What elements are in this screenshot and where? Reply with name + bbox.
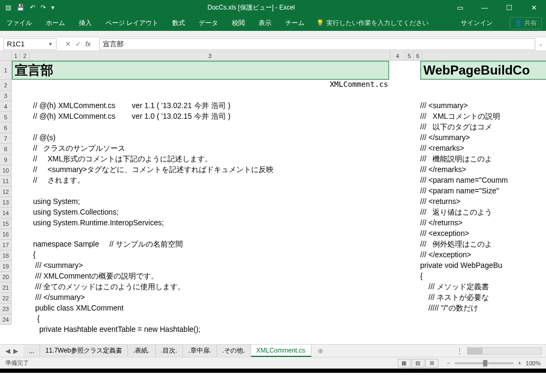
code-cell-right[interactable]: /// <remarks>: [420, 144, 464, 154]
code-cell-left[interactable]: // されます。: [12, 176, 389, 186]
code-cell-right[interactable]: /// <exception>: [420, 229, 469, 240]
zoom-knob[interactable]: [483, 360, 487, 366]
row-header-8[interactable]: 8: [0, 144, 11, 154]
row-header-14[interactable]: 14: [0, 208, 11, 218]
save-icon[interactable]: 💾: [17, 4, 25, 11]
code-cell-right[interactable]: /// <summary>: [420, 101, 468, 112]
row-header-3[interactable]: 3: [0, 91, 11, 101]
signin-link[interactable]: サインイン: [461, 19, 493, 28]
formula-confirm-icon[interactable]: ✓: [75, 40, 81, 48]
code-cell-left[interactable]: /// XMLCommentの概要の説明です。: [12, 272, 389, 282]
code-cell-left[interactable]: [12, 229, 389, 240]
row-header-22[interactable]: 22: [0, 293, 11, 304]
sheet-tab-active[interactable]: XMLComment.cs: [251, 345, 311, 357]
code-cell-right[interactable]: /// <param name="Coumm: [420, 176, 508, 186]
tab-formulas[interactable]: 数式: [170, 15, 187, 31]
qat-customize-icon[interactable]: ▾: [51, 4, 54, 11]
view-normal-button[interactable]: ▦: [398, 359, 411, 368]
col-header-2[interactable]: 2: [20, 51, 30, 60]
horizontal-scrollbar[interactable]: [467, 347, 542, 355]
row-header-17[interactable]: 17: [0, 240, 11, 250]
tab-review[interactable]: 校閲: [230, 15, 247, 31]
formula-cancel-icon[interactable]: ✕: [65, 40, 71, 48]
tab-scroll-more[interactable]: ⋮: [452, 347, 467, 355]
row-header-9[interactable]: 9: [0, 154, 11, 165]
row-header-13[interactable]: 13: [0, 197, 11, 208]
sheet-tab-1[interactable]: 11.7Web参照クラス定義書: [40, 345, 128, 357]
tab-data[interactable]: データ: [197, 15, 220, 31]
code-cell-right[interactable]: private void WebPageBu: [420, 261, 502, 272]
code-cell-left[interactable]: namespace Sample // サンプルの名前空間: [12, 240, 389, 250]
col-header-6[interactable]: 6: [414, 51, 422, 60]
redo-icon[interactable]: ↷: [41, 4, 46, 11]
col-header-4[interactable]: 4: [390, 51, 405, 60]
code-cell-right[interactable]: /// 機能説明はこのよ: [420, 154, 492, 165]
code-cell-left[interactable]: {: [12, 314, 389, 325]
formula-expand-icon[interactable]: ⌄: [535, 41, 546, 47]
row-header-24[interactable]: 24: [0, 314, 11, 325]
code-cell-left[interactable]: /// 全てのメソッドはこのように使用します。: [12, 282, 389, 293]
code-cell-right[interactable]: /// 例外処理はこのよ: [420, 240, 492, 250]
code-cell-left[interactable]: // クラスのサンプルソース: [12, 144, 389, 154]
code-cell-left[interactable]: public class XMLComment: [12, 304, 389, 314]
view-page-break-button[interactable]: ⊞: [425, 359, 438, 368]
sheet-tab-overflow[interactable]: ...: [23, 345, 40, 357]
col-header-1[interactable]: 1: [12, 51, 20, 60]
zoom-slider[interactable]: [455, 362, 513, 364]
code-cell-left[interactable]: // <summary>タグなどに、コメントを記述すればドキュメントに反映: [12, 165, 389, 176]
tell-me-box[interactable]: 💡 実行したい作業を入力してください: [316, 19, 429, 28]
chevron-down-icon[interactable]: ▼: [48, 42, 53, 47]
zoom-out-button[interactable]: －: [446, 359, 452, 367]
view-page-layout-button[interactable]: ▤: [412, 359, 424, 368]
section-header-right[interactable]: WebPageBuildCo: [420, 61, 546, 80]
code-cell-right[interactable]: /// </returns>: [420, 218, 462, 229]
code-cell-left[interactable]: private Hashtable eventTable = new Hasht…: [12, 325, 389, 336]
row-header-18[interactable]: 18: [0, 250, 11, 261]
code-cell-right[interactable]: /// XMLコメントの説明: [420, 112, 500, 123]
code-cell-right[interactable]: /// ネストが必要な: [420, 293, 489, 304]
sheet-nav-first[interactable]: ◀: [5, 347, 10, 355]
row-header-5[interactable]: 5: [0, 112, 11, 123]
sheet-tab-2[interactable]: .表紙.: [128, 345, 156, 357]
sheet-tab-4[interactable]: .章中扉.: [183, 345, 217, 357]
close-button[interactable]: ✕: [521, 0, 546, 15]
code-cell-left[interactable]: /// <summary>: [12, 261, 389, 272]
tab-home[interactable]: ホーム: [44, 15, 67, 31]
code-cell-right[interactable]: /// 以下のタグはコメ: [420, 123, 492, 133]
code-cell-left[interactable]: using System.Runtime.InteropServices;: [12, 218, 389, 229]
code-cell-right[interactable]: {: [420, 272, 423, 282]
row-header-12[interactable]: 12: [0, 186, 11, 197]
add-sheet-button[interactable]: ⊕: [311, 345, 330, 357]
row-header-21[interactable]: 21: [0, 282, 11, 293]
minimize-button[interactable]: —: [472, 0, 497, 15]
tab-view[interactable]: 表示: [256, 15, 274, 31]
row-header-7[interactable]: 7: [0, 133, 11, 144]
code-cell-left[interactable]: // XML形式のコメントは下記のように記述します。: [12, 154, 389, 165]
row-header-15[interactable]: 15: [0, 218, 11, 229]
code-cell-left[interactable]: {: [12, 250, 389, 261]
row-header-16[interactable]: 16: [0, 229, 11, 240]
code-cell-right[interactable]: /// 返り値はこのよう: [420, 208, 492, 218]
code-cell-right[interactable]: /// </remarks>: [420, 165, 466, 176]
code-cell-left[interactable]: // @(h) XMLComment.cs ver 1.0 ( '13.02.1…: [12, 112, 389, 123]
code-cell-right[interactable]: /// メソッド定義書: [420, 282, 489, 293]
code-cell-left[interactable]: /// </summary>: [12, 293, 389, 304]
code-cell-right[interactable]: ///// "/"の数だけ: [420, 304, 478, 314]
tab-insert[interactable]: 挿入: [77, 15, 94, 31]
code-cell-left[interactable]: // @(h) XMLComment.cs ver 1.1 ( '13.02.2…: [12, 101, 389, 112]
tab-team[interactable]: チーム: [283, 15, 307, 31]
tab-layout[interactable]: ページ レイアウト: [103, 15, 160, 31]
code-cell-right[interactable]: /// <param name="Size": [420, 186, 499, 197]
row-header-19[interactable]: 19: [0, 261, 11, 272]
fx-icon[interactable]: fx: [85, 40, 94, 48]
code-cell-left[interactable]: using System;: [12, 197, 389, 208]
code-cell-right[interactable]: /// <returns>: [420, 197, 460, 208]
row-header-20[interactable]: 20: [0, 272, 11, 282]
code-cell-left[interactable]: using System.Collections;: [12, 208, 389, 218]
ribbon-display-options[interactable]: ▭: [448, 0, 472, 15]
row-header-1[interactable]: 1: [0, 61, 11, 80]
share-button[interactable]: 👤 共有: [510, 17, 542, 29]
sheet-tab-3[interactable]: .目次.: [156, 345, 183, 357]
code-cell-left[interactable]: [12, 91, 389, 101]
row-header-6[interactable]: 6: [0, 123, 11, 133]
